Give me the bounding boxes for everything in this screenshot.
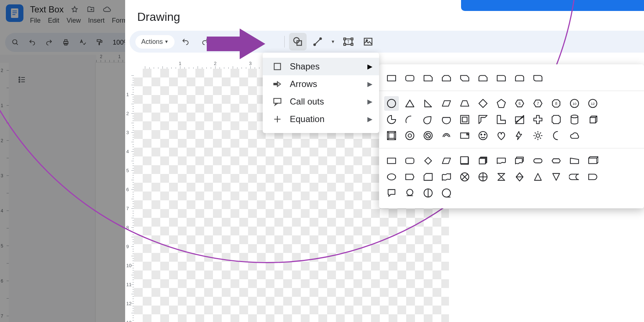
shape-lshape[interactable] (494, 112, 509, 127)
shape-disp[interactable] (402, 170, 417, 184)
shape-pie[interactable] (384, 112, 399, 127)
svg-point-42 (406, 132, 414, 140)
shape-fterm[interactable] (531, 154, 545, 168)
shape-menu-shapes[interactable]: Shapes ▶ (263, 58, 379, 75)
shape-rrect[interactable] (402, 71, 417, 86)
shape-rnd2d[interactable] (531, 71, 545, 86)
shape-circle[interactable] (384, 96, 399, 111)
chevron-right-icon: ▶ (367, 98, 372, 106)
shape-plaque[interactable] (549, 112, 564, 127)
svg-rect-28 (406, 76, 414, 81)
shape-paral[interactable] (439, 96, 454, 111)
svg-rect-52 (406, 158, 414, 164)
chevron-right-icon: ▶ (367, 80, 372, 88)
shape-collate[interactable] (494, 170, 509, 184)
shape-smile[interactable] (476, 128, 490, 143)
shape-or[interactable] (476, 170, 490, 184)
shape-rtri[interactable] (421, 96, 435, 111)
shape-seq[interactable] (439, 186, 454, 200)
shape-oct8[interactable]: 8 (549, 96, 564, 111)
callout-icon (272, 96, 282, 107)
shape-pent[interactable] (494, 96, 509, 111)
shape-cross[interactable] (531, 112, 545, 127)
shape-heart[interactable] (494, 128, 509, 143)
shape-chord[interactable] (439, 112, 454, 127)
svg-text:12: 12 (591, 102, 595, 106)
shape-fmwave[interactable] (512, 154, 527, 168)
plus-icon (272, 114, 282, 124)
shape-sniprnd[interactable] (476, 71, 490, 86)
shape-cloud[interactable] (567, 128, 582, 143)
shape-cube[interactable] (585, 112, 600, 127)
shape-menu-callouts[interactable]: Call outs ▶ (263, 93, 379, 110)
shape-oval[interactable] (384, 170, 399, 184)
shape-barc[interactable] (439, 128, 454, 143)
shape-frame[interactable] (457, 112, 472, 127)
shape-diag[interactable] (512, 112, 527, 127)
svg-point-47 (479, 132, 487, 140)
shape-diamond[interactable] (476, 96, 490, 111)
shape-sumX[interactable] (457, 170, 472, 184)
shape-sort[interactable] (512, 170, 527, 184)
shape-hex6[interactable]: 6 (512, 96, 527, 111)
shape-stored[interactable] (567, 170, 582, 184)
arrow-right-icon (272, 79, 282, 89)
shape-menu-equation[interactable]: Equation ▶ (263, 110, 379, 128)
shape-fmulti[interactable] (476, 154, 490, 168)
shape-hex7[interactable]: 7 (531, 96, 545, 111)
shape-dod12[interactable]: 12 (585, 96, 600, 111)
shape-sun[interactable] (531, 128, 545, 143)
shape-frect[interactable] (384, 154, 399, 168)
shape-snip2d[interactable] (457, 71, 472, 86)
shape-extract[interactable] (531, 170, 545, 184)
shape-fold[interactable] (457, 128, 472, 143)
shape-rnd1[interactable] (494, 71, 509, 86)
shape-bolt[interactable] (512, 128, 527, 143)
shape-fwave[interactable] (494, 154, 509, 168)
shape-fman[interactable] (567, 154, 582, 168)
shape-snip1[interactable] (421, 71, 435, 86)
shape-snip2s[interactable] (439, 71, 454, 86)
shape-dec10[interactable]: 10 (567, 96, 582, 111)
shape-halfframe[interactable] (476, 112, 490, 127)
shape-bevel[interactable] (384, 128, 399, 143)
shape-tape[interactable] (439, 170, 454, 184)
shape-can[interactable] (567, 112, 582, 127)
svg-rect-58 (534, 159, 542, 163)
shape-fdoc[interactable] (457, 154, 472, 168)
shape-merge[interactable] (549, 170, 564, 184)
shape-trap[interactable] (457, 96, 472, 111)
svg-rect-37 (461, 115, 469, 124)
shape-fhex[interactable] (549, 154, 564, 168)
shape-fpar[interactable] (439, 154, 454, 168)
shape-mag[interactable] (402, 186, 417, 200)
shape-qtalk[interactable] (384, 186, 399, 200)
svg-point-59 (387, 174, 396, 180)
shape-frrect[interactable] (402, 154, 417, 168)
shape-tri[interactable] (402, 96, 417, 111)
shape-menu-arrows[interactable]: Arrows ▶ (263, 75, 379, 93)
svg-point-64 (442, 189, 451, 197)
svg-text:10: 10 (573, 102, 576, 106)
shape-tear[interactable] (421, 112, 435, 127)
shape-rnd2s[interactable] (512, 71, 527, 86)
shape-cd[interactable] (421, 186, 435, 200)
svg-point-29 (387, 99, 396, 108)
shape-noent[interactable] (421, 128, 435, 143)
shape-donut[interactable] (402, 128, 417, 143)
shape-delay[interactable] (585, 170, 600, 184)
svg-rect-25 (274, 63, 280, 69)
shape-fdiam[interactable] (421, 154, 435, 168)
svg-point-50 (536, 134, 539, 137)
chevron-right-icon: ▶ (367, 62, 372, 71)
shape-arc[interactable] (402, 112, 417, 127)
shape-category-menu: Shapes ▶ Arrows ▶ Call outs ▶ Equation ▶ (263, 53, 379, 133)
svg-point-48 (481, 134, 482, 135)
square-icon (272, 61, 282, 72)
svg-rect-26 (274, 98, 281, 103)
svg-text:7: 7 (537, 102, 539, 106)
shape-card[interactable] (421, 170, 435, 184)
shape-fcubeish[interactable] (585, 154, 600, 168)
shape-rect[interactable] (384, 71, 399, 86)
shape-moon[interactable] (549, 128, 564, 143)
